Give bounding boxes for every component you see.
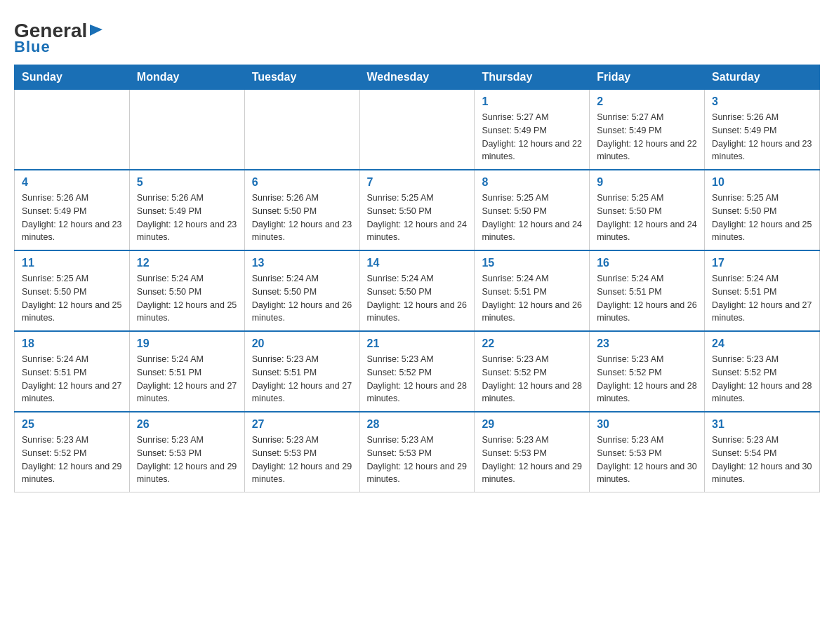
calendar-cell: 13Sunrise: 5:24 AM Sunset: 5:50 PM Dayli… <box>244 250 359 331</box>
day-info: Sunrise: 5:23 AM Sunset: 5:52 PM Dayligh… <box>482 353 582 405</box>
day-info: Sunrise: 5:23 AM Sunset: 5:52 PM Dayligh… <box>367 353 468 405</box>
calendar-cell: 25Sunrise: 5:23 AM Sunset: 5:52 PM Dayli… <box>15 412 130 492</box>
day-number: 9 <box>597 176 697 189</box>
calendar-cell: 5Sunrise: 5:26 AM Sunset: 5:49 PM Daylig… <box>129 170 244 250</box>
calendar-cell: 4Sunrise: 5:26 AM Sunset: 5:49 PM Daylig… <box>15 170 130 250</box>
day-number: 21 <box>367 337 468 350</box>
day-info: Sunrise: 5:23 AM Sunset: 5:52 PM Dayligh… <box>22 434 122 486</box>
day-info: Sunrise: 5:25 AM Sunset: 5:50 PM Dayligh… <box>597 192 697 244</box>
day-number: 13 <box>252 257 352 269</box>
calendar-cell: 12Sunrise: 5:24 AM Sunset: 5:50 PM Dayli… <box>129 250 244 331</box>
day-number: 2 <box>597 95 697 108</box>
day-info: Sunrise: 5:24 AM Sunset: 5:51 PM Dayligh… <box>482 272 582 325</box>
day-number: 5 <box>137 176 237 189</box>
day-info: Sunrise: 5:23 AM Sunset: 5:53 PM Dayligh… <box>597 434 697 486</box>
calendar-cell: 24Sunrise: 5:23 AM Sunset: 5:52 PM Dayli… <box>705 331 820 412</box>
day-number: 10 <box>712 176 812 189</box>
day-number: 19 <box>137 337 237 350</box>
day-number: 31 <box>712 418 812 431</box>
day-number: 15 <box>482 257 582 269</box>
weekday-header-wednesday: Wednesday <box>359 65 475 90</box>
logo-arrow-icon <box>88 22 104 37</box>
day-number: 4 <box>22 176 122 189</box>
calendar-cell: 11Sunrise: 5:25 AM Sunset: 5:50 PM Dayli… <box>15 250 130 331</box>
day-number: 6 <box>252 176 352 189</box>
calendar-cell: 14Sunrise: 5:24 AM Sunset: 5:50 PM Dayli… <box>359 250 475 331</box>
day-info: Sunrise: 5:23 AM Sunset: 5:53 PM Dayligh… <box>367 434 468 486</box>
calendar-cell: 23Sunrise: 5:23 AM Sunset: 5:52 PM Dayli… <box>590 331 705 412</box>
calendar-cell: 18Sunrise: 5:24 AM Sunset: 5:51 PM Dayli… <box>15 331 130 412</box>
day-info: Sunrise: 5:26 AM Sunset: 5:49 PM Dayligh… <box>712 111 812 163</box>
calendar-cell <box>129 90 244 170</box>
calendar-week-row-3: 11Sunrise: 5:25 AM Sunset: 5:50 PM Dayli… <box>15 250 820 331</box>
day-number: 16 <box>597 257 697 269</box>
day-info: Sunrise: 5:24 AM Sunset: 5:51 PM Dayligh… <box>22 353 122 405</box>
day-number: 24 <box>712 337 812 350</box>
day-info: Sunrise: 5:26 AM Sunset: 5:49 PM Dayligh… <box>137 192 237 244</box>
svg-marker-0 <box>90 25 102 36</box>
day-number: 3 <box>712 95 812 108</box>
day-info: Sunrise: 5:23 AM Sunset: 5:53 PM Dayligh… <box>137 434 237 486</box>
day-info: Sunrise: 5:25 AM Sunset: 5:50 PM Dayligh… <box>712 192 812 244</box>
weekday-header-row: SundayMondayTuesdayWednesdayThursdayFrid… <box>15 65 820 90</box>
calendar-cell: 6Sunrise: 5:26 AM Sunset: 5:50 PM Daylig… <box>244 170 359 250</box>
calendar-week-row-2: 4Sunrise: 5:26 AM Sunset: 5:49 PM Daylig… <box>15 170 820 250</box>
day-number: 30 <box>597 418 697 431</box>
page-header: General Blue <box>14 14 820 56</box>
weekday-header-saturday: Saturday <box>705 65 820 90</box>
day-number: 23 <box>597 337 697 350</box>
day-number: 22 <box>482 337 582 350</box>
calendar-cell: 7Sunrise: 5:25 AM Sunset: 5:50 PM Daylig… <box>359 170 475 250</box>
day-number: 1 <box>482 95 582 108</box>
calendar-cell <box>359 90 475 170</box>
day-info: Sunrise: 5:25 AM Sunset: 5:50 PM Dayligh… <box>367 192 468 244</box>
calendar-cell: 26Sunrise: 5:23 AM Sunset: 5:53 PM Dayli… <box>129 412 244 492</box>
calendar-cell: 20Sunrise: 5:23 AM Sunset: 5:51 PM Dayli… <box>244 331 359 412</box>
day-number: 11 <box>22 257 122 269</box>
calendar-week-row-4: 18Sunrise: 5:24 AM Sunset: 5:51 PM Dayli… <box>15 331 820 412</box>
calendar-cell: 19Sunrise: 5:24 AM Sunset: 5:51 PM Dayli… <box>129 331 244 412</box>
day-number: 7 <box>367 176 468 189</box>
weekday-header-monday: Monday <box>129 65 244 90</box>
day-number: 8 <box>482 176 582 189</box>
day-info: Sunrise: 5:24 AM Sunset: 5:50 PM Dayligh… <box>137 272 237 325</box>
day-info: Sunrise: 5:24 AM Sunset: 5:50 PM Dayligh… <box>252 272 352 325</box>
calendar-cell: 31Sunrise: 5:23 AM Sunset: 5:54 PM Dayli… <box>705 412 820 492</box>
calendar-cell: 28Sunrise: 5:23 AM Sunset: 5:53 PM Dayli… <box>359 412 475 492</box>
calendar-cell: 10Sunrise: 5:25 AM Sunset: 5:50 PM Dayli… <box>705 170 820 250</box>
calendar-week-row-5: 25Sunrise: 5:23 AM Sunset: 5:52 PM Dayli… <box>15 412 820 492</box>
weekday-header-thursday: Thursday <box>475 65 590 90</box>
day-info: Sunrise: 5:27 AM Sunset: 5:49 PM Dayligh… <box>597 111 697 163</box>
logo-blue: Blue <box>14 38 51 56</box>
calendar-cell: 2Sunrise: 5:27 AM Sunset: 5:49 PM Daylig… <box>590 90 705 170</box>
day-info: Sunrise: 5:23 AM Sunset: 5:52 PM Dayligh… <box>597 353 697 405</box>
day-number: 14 <box>367 257 468 269</box>
day-info: Sunrise: 5:24 AM Sunset: 5:51 PM Dayligh… <box>712 272 812 325</box>
day-info: Sunrise: 5:26 AM Sunset: 5:49 PM Dayligh… <box>22 192 122 244</box>
day-number: 29 <box>482 418 582 431</box>
calendar-cell: 1Sunrise: 5:27 AM Sunset: 5:49 PM Daylig… <box>475 90 590 170</box>
day-number: 17 <box>712 257 812 269</box>
calendar-cell: 27Sunrise: 5:23 AM Sunset: 5:53 PM Dayli… <box>244 412 359 492</box>
calendar-cell <box>15 90 130 170</box>
day-number: 25 <box>22 418 122 431</box>
day-info: Sunrise: 5:23 AM Sunset: 5:53 PM Dayligh… <box>482 434 582 486</box>
day-info: Sunrise: 5:27 AM Sunset: 5:49 PM Dayligh… <box>482 111 582 163</box>
day-number: 20 <box>252 337 352 350</box>
day-number: 12 <box>137 257 237 269</box>
calendar-cell: 9Sunrise: 5:25 AM Sunset: 5:50 PM Daylig… <box>590 170 705 250</box>
calendar-cell <box>244 90 359 170</box>
calendar-cell: 8Sunrise: 5:25 AM Sunset: 5:50 PM Daylig… <box>475 170 590 250</box>
day-info: Sunrise: 5:25 AM Sunset: 5:50 PM Dayligh… <box>482 192 582 244</box>
day-info: Sunrise: 5:24 AM Sunset: 5:50 PM Dayligh… <box>367 272 468 325</box>
day-info: Sunrise: 5:24 AM Sunset: 5:51 PM Dayligh… <box>137 353 237 405</box>
day-info: Sunrise: 5:24 AM Sunset: 5:51 PM Dayligh… <box>597 272 697 325</box>
day-info: Sunrise: 5:25 AM Sunset: 5:50 PM Dayligh… <box>22 272 122 325</box>
day-info: Sunrise: 5:23 AM Sunset: 5:52 PM Dayligh… <box>712 353 812 405</box>
day-info: Sunrise: 5:23 AM Sunset: 5:51 PM Dayligh… <box>252 353 352 405</box>
calendar-cell: 30Sunrise: 5:23 AM Sunset: 5:53 PM Dayli… <box>590 412 705 492</box>
day-number: 26 <box>137 418 237 431</box>
calendar-cell: 21Sunrise: 5:23 AM Sunset: 5:52 PM Dayli… <box>359 331 475 412</box>
calendar-table: SundayMondayTuesdayWednesdayThursdayFrid… <box>14 65 820 492</box>
logo: General Blue <box>14 14 104 56</box>
